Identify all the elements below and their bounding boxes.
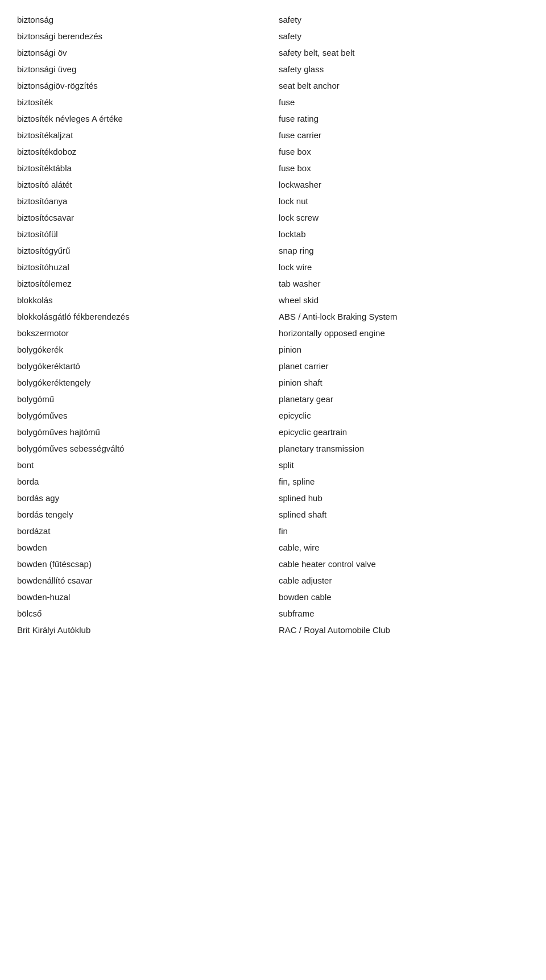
hungarian-term: biztosítólemez [17, 279, 273, 288]
english-term: planetary gear [273, 394, 529, 404]
hungarian-term: biztonsági üveg [17, 64, 273, 74]
english-term: lock screw [273, 213, 529, 222]
table-row: biztosítófüllocktab [17, 226, 529, 242]
table-row: bolygóműplanetary gear [17, 391, 529, 407]
table-row: bölcsősubframe [17, 605, 529, 622]
english-term: RAC / Royal Automobile Club [273, 625, 529, 635]
hungarian-term: biztosíték [17, 97, 273, 107]
table-row: biztonsági üvegsafety glass [17, 61, 529, 77]
hungarian-term: bordás tengely [17, 510, 273, 519]
table-row: biztosítékaljzatfuse carrier [17, 127, 529, 143]
table-row: bowden (fűtéscsap)cable heater control v… [17, 556, 529, 572]
table-row: biztosítékdobozfuse box [17, 143, 529, 160]
table-row: bolygókeréktartóplanet carrier [17, 358, 529, 374]
hungarian-term: biztonsági berendezés [17, 31, 273, 41]
table-row: biztosítólemeztab washer [17, 275, 529, 292]
table-row: blokkolásgátló fékberendezésABS / Anti-l… [17, 308, 529, 325]
english-term: splined shaft [273, 510, 529, 519]
table-row: bordázatfin [17, 523, 529, 539]
table-row: bolygókerékpinion [17, 341, 529, 358]
english-term: safety [273, 15, 529, 24]
table-row: biztosítóhuzallock wire [17, 259, 529, 275]
dictionary-table: biztonságsafetybiztonsági berendezéssafe… [0, 0, 546, 650]
english-term: fuse carrier [273, 130, 529, 140]
hungarian-term: biztosítócsavar [17, 213, 273, 222]
hungarian-term: blokkolásgátló fékberendezés [17, 312, 273, 321]
english-term: cable, wire [273, 543, 529, 552]
english-term: planet carrier [273, 361, 529, 371]
hungarian-term: bolygóműves hajtómű [17, 427, 273, 437]
table-row: bokszermotorhorizontally opposed engine [17, 325, 529, 341]
english-term: subframe [273, 609, 529, 618]
table-row: bowden-huzalbowden cable [17, 589, 529, 605]
english-term: bowden cable [273, 592, 529, 602]
english-term: planetary transmission [273, 444, 529, 453]
hungarian-term: bolygóműves [17, 411, 273, 420]
english-term: lock wire [273, 262, 529, 272]
hungarian-term: bolygóműves sebességváltó [17, 444, 273, 453]
hungarian-term: bolygókeréktartó [17, 361, 273, 371]
table-row: biztosítékfuse [17, 94, 529, 110]
english-term: snap ring [273, 246, 529, 255]
table-row: biztonsági berendezéssafety [17, 28, 529, 44]
english-term: epicyclic [273, 411, 529, 420]
english-term: lockwasher [273, 180, 529, 189]
english-term: safety belt, seat belt [273, 48, 529, 57]
hungarian-term: biztosítékdoboz [17, 147, 273, 156]
english-term: tab washer [273, 279, 529, 288]
hungarian-term: biztosítógyűrű [17, 246, 273, 255]
table-row: bolygóműves hajtóműepicyclic geartrain [17, 424, 529, 440]
table-row: bordás tengelysplined shaft [17, 506, 529, 523]
hungarian-term: bowdenállító csavar [17, 576, 273, 585]
table-row: blokkoláswheel skid [17, 292, 529, 308]
hungarian-term: bordás agy [17, 493, 273, 503]
hungarian-term: biztosítékaljzat [17, 130, 273, 140]
table-row: bowdenállító csavarcable adjuster [17, 572, 529, 589]
hungarian-term: biztosító alátét [17, 180, 273, 189]
hungarian-term: blokkolás [17, 295, 273, 305]
table-row: biztosítógyűrűsnap ring [17, 242, 529, 259]
table-row: bordás agysplined hub [17, 490, 529, 506]
english-term: fuse [273, 97, 529, 107]
hungarian-term: bölcső [17, 609, 273, 618]
english-term: lock nut [273, 196, 529, 206]
table-row: bolygóművesepicyclic [17, 407, 529, 424]
hungarian-term: bolygókeréktengely [17, 378, 273, 387]
hungarian-term: bokszermotor [17, 328, 273, 338]
table-row: biztosíték névleges A értékefuse rating [17, 110, 529, 127]
hungarian-term: biztosíték névleges A értéke [17, 114, 273, 123]
table-row: biztonsági övsafety belt, seat belt [17, 44, 529, 61]
english-term: split [273, 460, 529, 470]
english-term: fuse box [273, 163, 529, 173]
english-term: pinion shaft [273, 378, 529, 387]
table-row: biztonságiöv-rögzítésseat belt anchor [17, 77, 529, 94]
table-row: biztosító alátétlockwasher [17, 176, 529, 193]
english-term: fin [273, 526, 529, 536]
english-term: horizontally opposed engine [273, 328, 529, 338]
english-term: locktab [273, 229, 529, 239]
hungarian-term: biztonság [17, 15, 273, 24]
table-row: biztosítócsavarlock screw [17, 209, 529, 226]
english-term: fuse rating [273, 114, 529, 123]
table-row: bowdencable, wire [17, 539, 529, 556]
hungarian-term: biztosítófül [17, 229, 273, 239]
hungarian-term: bowden-huzal [17, 592, 273, 602]
table-row: bordafin, spline [17, 473, 529, 490]
hungarian-term: bowden (fűtéscsap) [17, 559, 273, 569]
table-row: bolygóműves sebességváltóplanetary trans… [17, 440, 529, 457]
hungarian-term: bowden [17, 543, 273, 552]
hungarian-term: bordázat [17, 526, 273, 536]
table-row: biztosítéktáblafuse box [17, 160, 529, 176]
hungarian-term: biztosítéktábla [17, 163, 273, 173]
hungarian-term: bolygómű [17, 394, 273, 404]
hungarian-term: biztonságiöv-rögzítés [17, 81, 273, 90]
table-row: bontsplit [17, 457, 529, 473]
english-term: epicyclic geartrain [273, 427, 529, 437]
english-term: splined hub [273, 493, 529, 503]
table-row: biztosítóanyalock nut [17, 193, 529, 209]
english-term: seat belt anchor [273, 81, 529, 90]
english-term: safety [273, 31, 529, 41]
english-term: cable adjuster [273, 576, 529, 585]
english-term: fuse box [273, 147, 529, 156]
table-row: biztonságsafety [17, 11, 529, 28]
